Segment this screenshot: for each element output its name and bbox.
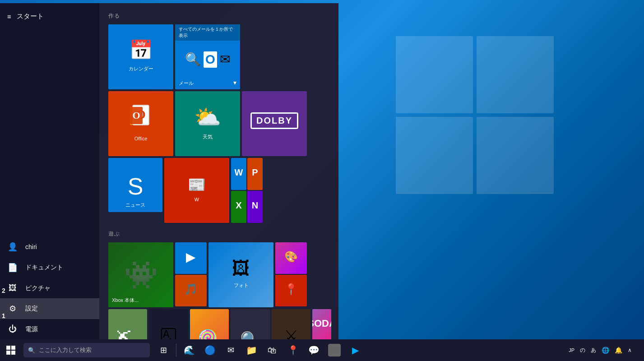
taskbar-teams-icon: 💬 — [308, 345, 320, 356]
tile-dolby[interactable]: DOLBY — [242, 91, 307, 156]
photos-icon: 🖼 — [232, 258, 250, 278]
section-create: 作る 📅 カレンダー すべてのメールを１か所で表示 🔍 O ✉ — [108, 12, 331, 223]
taskbar: 🔍 ここに入力して検索 ⊞ 🌊 🔵 ✉ 📁 🛍 📍 — [0, 339, 644, 361]
ppt-icon: P — [252, 167, 258, 178]
tile-news[interactable]: 📰 W — [164, 158, 229, 223]
search-placeholder: ここに入力して検索 — [39, 346, 92, 354]
taskbar-unknown[interactable] — [324, 339, 344, 361]
lang-icon: JP — [567, 347, 576, 353]
start-menu-title: スタート — [17, 12, 44, 21]
tile-march[interactable]: ⚔ マーチオブエ... — [272, 309, 310, 339]
start-button[interactable] — [0, 339, 22, 361]
mail-chevron: ▾ — [233, 79, 236, 86]
sidebar-power-label: 電源 — [25, 325, 38, 333]
tile-movies[interactable]: ▶ — [175, 242, 207, 274]
sidebar-item-pictures[interactable]: 🖼 ピクチャ — [0, 278, 99, 298]
tile-candy[interactable]: 🍭 — [190, 309, 229, 339]
candy-icon: 🍭 — [197, 329, 222, 339]
news-icon: 📰 — [188, 176, 206, 193]
play-row-2: ⛏ Solitaire 🂡 🍭 🔍 G5 — [108, 309, 331, 339]
music-icon: 🎵 — [184, 283, 198, 296]
tile-eva[interactable]: 🔍 G5 — [231, 309, 269, 339]
taskbar-store[interactable]: 🛍 — [262, 339, 282, 361]
sidebar-item-power[interactable]: ⏻ 電源 — [0, 319, 99, 339]
taskbar-maps-icon: 📍 — [287, 345, 299, 356]
taskbar-maps[interactable]: 📍 — [283, 339, 303, 361]
taskbar-teams[interactable]: 💬 — [304, 339, 324, 361]
notification-icon[interactable]: 🔔 — [613, 347, 624, 354]
tile-soda[interactable]: SODA — [312, 309, 331, 339]
solitaire-icon: 🂡 — [159, 328, 178, 339]
tile-office[interactable]: O O Office — [108, 91, 173, 156]
badge-1: 1 — [2, 312, 5, 319]
tile-solitaire[interactable]: 🂡 — [149, 309, 188, 339]
movies-icon: ▶ — [186, 250, 196, 264]
soda-text: SODA — [312, 318, 331, 329]
tile-skype[interactable]: S ニュース — [108, 158, 162, 212]
documents-icon: 📄 — [7, 263, 18, 273]
section-play-label: 遊ぶ — [108, 230, 331, 238]
windows-icon — [6, 346, 15, 355]
sidebar-item-settings[interactable]: ⚙ 設定 — [0, 298, 99, 319]
pictures-icon: 🖼 — [7, 283, 18, 293]
power-icon: ⏻ — [7, 324, 18, 334]
taskbar-video-icon: ▶ — [352, 345, 359, 356]
hamburger-icon[interactable]: ≡ — [7, 13, 11, 20]
envelope-icon: ✉ — [220, 52, 230, 67]
news-label: W — [195, 197, 199, 202]
sidebar-item-documents[interactable]: 📄 ドキュメント — [0, 257, 99, 278]
tile-calendar[interactable]: 📅 カレンダー — [108, 24, 173, 89]
tile-excel[interactable]: X — [231, 191, 246, 223]
sidebar-settings-label: 設定 — [25, 305, 38, 313]
tile-word[interactable]: W — [231, 158, 246, 190]
calendar-icon: 📅 — [129, 39, 153, 61]
taskbar-divider — [176, 343, 176, 357]
search-icon: 🔍 — [28, 347, 35, 354]
paint3d-icon: 🎨 — [284, 250, 298, 263]
weather-icon: ⛅ — [194, 105, 221, 130]
maps-icon: 📍 — [284, 283, 298, 296]
taskbar-video[interactable]: ▶ — [345, 339, 365, 361]
xbox-char: 👾 — [124, 259, 158, 291]
tile-xbox[interactable]: 👾 Xbox 本体... — [108, 242, 173, 307]
tile-onenote[interactable]: N — [247, 191, 263, 223]
taskbar-store-icon: 🛍 — [268, 345, 277, 356]
start-menu-header[interactable]: ≡ スタート — [0, 7, 99, 26]
photos-label: フォト — [234, 282, 249, 289]
ime-icon-1: の — [578, 347, 587, 354]
up-arrow-icon[interactable]: ∧ — [626, 347, 634, 353]
tiles-row-3: S ニュース 📰 W W P X — [108, 158, 331, 223]
excel-icon: X — [236, 200, 241, 211]
taskbar-edge[interactable]: 🌊 — [179, 339, 199, 361]
office-apps-grid: W P X N — [231, 158, 263, 223]
search-bar[interactable]: 🔍 ここに入力して検索 — [23, 343, 150, 357]
tiles-row-2: O O Office ⛅ 天気 DOLBY — [108, 91, 331, 156]
taskbar-chrome[interactable]: 🔵 — [200, 339, 220, 361]
eva-icon: 🔍 — [240, 331, 260, 339]
tile-maps[interactable]: 📍 — [275, 275, 307, 306]
tile-minecraft[interactable]: ⛏ Solitaire — [108, 309, 147, 339]
outlook-icon: O — [204, 51, 217, 68]
taskbar-explorer[interactable]: 📁 — [241, 339, 261, 361]
march-icon: ⚔ — [284, 327, 298, 340]
play-row-1: 👾 Xbox 本体... ▶ 🎵 🖼 フォト — [108, 242, 331, 307]
tile-mail[interactable]: すべてのメールを１か所で表示 🔍 O ✉ メール ▾ — [175, 24, 240, 89]
tile-paint3d[interactable]: 🎨 — [275, 242, 307, 274]
section-play: 遊ぶ 👾 Xbox 本体... ▶ 🎵 — [108, 230, 331, 339]
sidebar-pictures-label: ピクチャ — [25, 284, 51, 292]
word-icon: W — [235, 167, 243, 178]
tile-music[interactable]: 🎵 — [175, 275, 207, 306]
small-tiles-col: ▶ 🎵 — [175, 242, 207, 307]
onenote-icon: N — [252, 200, 258, 211]
sidebar-item-user[interactable]: 👤 chiri — [0, 236, 99, 257]
taskbar-mail[interactable]: ✉ — [221, 339, 241, 361]
tiles-row-1: 📅 カレンダー すべてのメールを１か所で表示 🔍 O ✉ メール ▾ — [108, 24, 331, 89]
taskbar-task-view[interactable]: ⊞ — [153, 339, 173, 361]
calendar-label: カレンダー — [129, 65, 153, 72]
small-tiles-col2: 🎨 📍 — [275, 242, 307, 307]
minecraft-icon: ⛏ — [116, 328, 139, 339]
tile-powerpoint[interactable]: P — [247, 158, 263, 190]
tile-photos[interactable]: 🖼 フォト — [208, 242, 273, 307]
tile-weather[interactable]: ⛅ 天気 — [175, 91, 240, 156]
taskbar-explorer-icon: 📁 — [246, 345, 257, 356]
